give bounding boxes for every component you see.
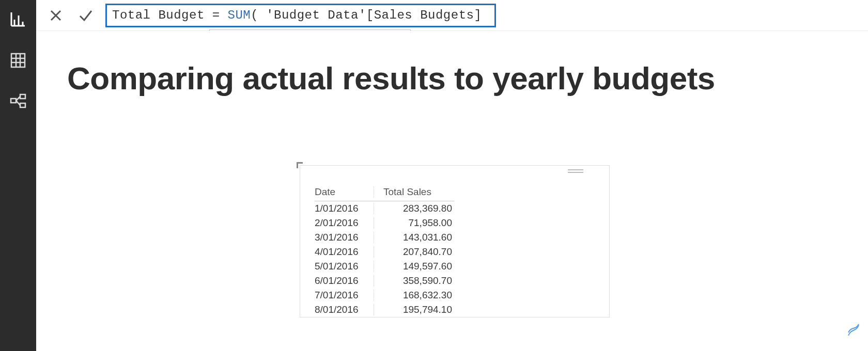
commit-formula-button[interactable] [75, 5, 96, 26]
table-row: 5/01/2016 149,597.60 [315, 259, 454, 274]
data-view-button[interactable] [8, 51, 28, 70]
cell-date: 4/01/2016 [315, 246, 374, 258]
svg-rect-11 [20, 94, 25, 99]
formula-input-wrap: Total Budget = SUM( 'Budget Data'[Sales … [105, 4, 496, 27]
formula-equals: = [205, 8, 228, 22]
view-switcher-rail [0, 0, 36, 351]
cell-value: 71,958.00 [374, 217, 454, 229]
cell-value: 168,632.30 [374, 290, 454, 301]
check-icon [78, 8, 94, 23]
formula-input[interactable]: Total Budget = SUM( 'Budget Data'[Sales … [105, 4, 496, 27]
drag-handle-icon[interactable] [568, 169, 583, 174]
table-header-row: Date Total Sales [315, 186, 454, 201]
formula-close [482, 8, 489, 22]
table-row: 4/01/2016 207,840.70 [315, 245, 454, 259]
formula-measure-name: Total Budget [112, 8, 205, 22]
cell-date: 5/01/2016 [315, 261, 374, 272]
svg-rect-12 [20, 103, 25, 107]
watermark-icon [846, 323, 861, 339]
cancel-formula-button[interactable] [45, 5, 66, 26]
cell-date: 8/01/2016 [315, 304, 374, 315]
cell-date: 3/01/2016 [315, 232, 374, 243]
column-header-value[interactable]: Total Sales [374, 186, 454, 198]
report-view-button[interactable] [8, 9, 28, 29]
cell-value: 207,840.70 [374, 246, 454, 258]
formula-function: SUM [228, 8, 251, 22]
cell-date: 7/01/2016 [315, 290, 374, 301]
formula-open: ( [251, 8, 266, 22]
cell-date: 1/01/2016 [315, 203, 374, 214]
formula-bar: Total Budget = SUM( 'Budget Data'[Sales … [36, 0, 868, 31]
cell-value: 149,597.60 [374, 261, 454, 272]
close-icon [49, 9, 63, 22]
data-table: Date Total Sales 1/01/2016 283,369.80 2/… [315, 186, 454, 317]
table-row: 3/01/2016 143,031.60 [315, 230, 454, 245]
table-row: 7/01/2016 168,632.30 [315, 288, 454, 302]
formula-arg: 'Budget Data'[Sales Budgets] [266, 8, 482, 22]
cell-value: 358,590.70 [374, 275, 454, 286]
main-area: Total Budget = SUM( 'Budget Data'[Sales … [36, 0, 868, 351]
table-row: 2/01/2016 71,958.00 [315, 216, 454, 230]
cell-date: 2/01/2016 [315, 217, 374, 229]
svg-rect-10 [11, 99, 16, 103]
table-row: 1/01/2016 283,369.80 [315, 201, 454, 216]
selection-corner-icon [297, 162, 303, 168]
model-view-button[interactable] [8, 92, 28, 111]
table-row: 6/01/2016 358,590.70 [315, 274, 454, 288]
table-row: 8/01/2016 195,794.10 [315, 302, 454, 317]
cell-value: 195,794.10 [374, 304, 454, 315]
model-icon [9, 93, 27, 110]
column-header-date[interactable]: Date [315, 186, 374, 198]
report-canvas[interactable]: Comparing actual results to yearly budge… [36, 31, 868, 351]
cell-value: 283,369.80 [374, 203, 454, 214]
cell-value: 143,031.60 [374, 232, 454, 243]
grid-icon [10, 52, 26, 69]
table-visual[interactable]: Date Total Sales 1/01/2016 283,369.80 2/… [300, 165, 610, 317]
svg-rect-5 [11, 54, 25, 67]
page-title: Comparing actual results to yearly budge… [67, 60, 715, 97]
app-root: Total Budget = SUM( 'Budget Data'[Sales … [0, 0, 868, 351]
cell-date: 6/01/2016 [315, 275, 374, 286]
bar-chart-icon [9, 10, 27, 28]
